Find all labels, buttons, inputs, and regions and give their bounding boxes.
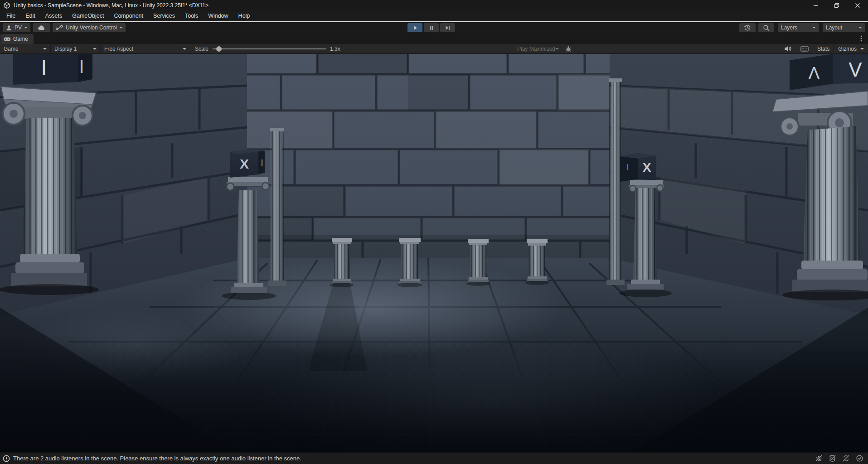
chevron-down-icon — [119, 27, 123, 29]
auto-refresh-disabled-button[interactable] — [839, 454, 853, 464]
version-control-label: Unity Version Control — [66, 24, 117, 31]
cube-numeral: X — [643, 160, 651, 174]
keyboard-icon — [800, 46, 809, 52]
scale-slider-knob[interactable] — [216, 46, 222, 52]
tab-options-button[interactable] — [858, 35, 864, 44]
menu-item-edit[interactable]: Edit — [20, 11, 40, 20]
restore-button[interactable] — [826, 0, 847, 10]
search-icon — [763, 24, 770, 31]
display-dropdown[interactable]: Display 1 — [51, 44, 101, 53]
game-viewport[interactable]: X I X I — [0, 54, 868, 452]
gamepad-icon — [4, 36, 11, 42]
title-bar: Unity basics - SampleScene - Windows, Ma… — [0, 0, 868, 10]
cube-numeral: V — [849, 58, 862, 81]
person-icon — [5, 24, 12, 31]
speaker-icon — [784, 45, 792, 52]
scale-slider-track — [213, 48, 326, 49]
chevron-down-icon — [43, 48, 47, 50]
cloud-icon — [38, 24, 45, 31]
menu-item-gameobject[interactable]: GameObject — [67, 11, 109, 20]
pause-button[interactable] — [424, 23, 439, 32]
refresh-slash-icon — [842, 454, 850, 462]
menu-item-component[interactable]: Component — [109, 11, 148, 20]
cube-numeral: I — [626, 162, 628, 172]
scale-control: Scale 1.3x — [190, 44, 345, 53]
display-label: Display 1 — [54, 46, 77, 52]
chevron-down-icon — [858, 27, 862, 29]
aspect-ratio-dropdown[interactable]: Free Aspect — [101, 44, 190, 53]
status-bar-icons — [812, 453, 866, 464]
view-mode-label: Game — [4, 46, 19, 52]
play-button[interactable] — [407, 23, 422, 32]
cube-numeral: I — [261, 158, 263, 168]
play-icon — [411, 24, 419, 32]
mute-audio-button[interactable] — [780, 44, 796, 53]
layout-dropdown[interactable]: Layout — [823, 23, 865, 32]
layers-label: Layers — [781, 24, 797, 31]
chevron-down-icon — [93, 48, 97, 50]
history-icon — [744, 24, 751, 31]
status-message: There are 2 audio listeners in the scene… — [13, 455, 301, 462]
layout-label: Layout — [826, 24, 842, 31]
pause-icon — [427, 24, 435, 32]
undo-history-button[interactable] — [739, 23, 756, 32]
menu-bar: File Edit Assets GameObject Component Se… — [0, 10, 868, 21]
game-toolbar-right: Stats Gizmos — [780, 44, 868, 53]
play-maximized-dropdown[interactable]: Play Maximized — [514, 44, 561, 53]
gizmos-label: Gizmos — [838, 46, 857, 52]
debugger-disabled-button[interactable] — [812, 454, 825, 464]
menu-item-help[interactable]: Help — [233, 11, 255, 20]
cube-numeral: X — [240, 156, 249, 171]
account-dropdown[interactable]: PV — [3, 23, 30, 32]
status-bar[interactable]: There are 2 audio listeners in the scene… — [0, 452, 868, 464]
scale-slider[interactable] — [213, 46, 326, 52]
pedestal-column — [398, 238, 422, 287]
menu-item-window[interactable]: Window — [203, 11, 233, 20]
close-button[interactable] — [847, 0, 868, 10]
database-slash-icon — [829, 454, 836, 462]
stats-button[interactable]: Stats — [813, 44, 834, 53]
tab-game-label: Game — [13, 36, 28, 42]
version-control-icon — [55, 24, 63, 31]
aspect-ratio-label: Free Aspect — [104, 46, 133, 52]
scale-value: 1.3x — [330, 46, 340, 52]
step-forward-icon — [444, 24, 451, 32]
warning-icon — [3, 455, 10, 462]
play-maximized-group: Play Maximized — [514, 44, 576, 53]
gizmos-dropdown[interactable]: Gizmos — [834, 44, 868, 53]
window-title: Unity basics - SampleScene - Windows, Ma… — [14, 2, 805, 9]
chevron-down-icon — [555, 48, 559, 50]
tab-game[interactable]: Game — [0, 34, 34, 44]
cube-numeral: I — [79, 57, 84, 77]
check-circle-icon — [856, 454, 863, 462]
version-control-dropdown[interactable]: Unity Version Control — [53, 23, 126, 32]
chevron-down-icon — [812, 27, 816, 29]
play-maximized-label: Play Maximized — [517, 46, 555, 52]
menu-item-assets[interactable]: Assets — [40, 11, 68, 20]
cube-numeral: Λ — [808, 64, 820, 83]
cloud-button[interactable] — [33, 23, 50, 32]
bug-icon — [565, 45, 572, 53]
minimize-button[interactable] — [805, 0, 826, 10]
layers-dropdown[interactable]: Layers — [778, 23, 819, 32]
game-view-toolbar: Game Display 1 Free Aspect Scale 1.3x Pl… — [0, 44, 868, 54]
search-button[interactable] — [758, 23, 774, 32]
view-mode-dropdown[interactable]: Game — [0, 44, 51, 53]
menu-item-tools[interactable]: Tools — [180, 11, 203, 20]
background-tasks-button[interactable] — [853, 454, 866, 464]
cube-numeral: I — [41, 56, 47, 79]
chevron-down-icon — [24, 27, 28, 29]
unity-logo-icon — [4, 2, 10, 9]
menu-item-services[interactable]: Services — [148, 11, 180, 20]
stats-label: Stats — [817, 46, 829, 52]
step-button[interactable] — [440, 23, 455, 32]
chevron-down-icon — [860, 48, 864, 50]
main-toolbar: PV Unity Version Control — [0, 22, 868, 33]
debug-button[interactable] — [561, 44, 576, 53]
menu-item-file[interactable]: File — [1, 11, 20, 20]
keyboard-button[interactable] — [796, 44, 813, 53]
cache-disabled-button[interactable] — [825, 454, 839, 464]
account-label: PV — [15, 24, 22, 31]
rendered-scene: X I X I — [0, 54, 868, 452]
chevron-down-icon — [183, 48, 186, 50]
